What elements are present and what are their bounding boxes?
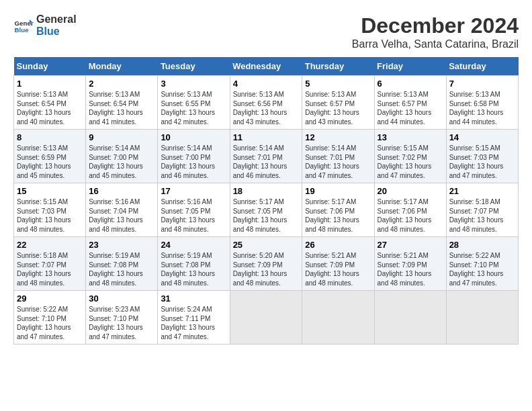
calendar-cell: 25Sunrise: 5:20 AM Sunset: 7:09 PM Dayli… bbox=[230, 237, 302, 291]
day-number: 3 bbox=[161, 79, 226, 89]
day-number: 10 bbox=[161, 132, 226, 142]
day-number: 17 bbox=[161, 186, 226, 196]
calendar-cell: 22Sunrise: 5:18 AM Sunset: 7:07 PM Dayli… bbox=[14, 237, 86, 291]
calendar-cell: 16Sunrise: 5:16 AM Sunset: 7:04 PM Dayli… bbox=[86, 183, 158, 237]
day-info: Sunrise: 5:15 AM Sunset: 7:03 PM Dayligh… bbox=[17, 197, 83, 234]
day-number: 1 bbox=[17, 79, 83, 89]
day-info: Sunrise: 5:14 AM Sunset: 7:01 PM Dayligh… bbox=[233, 144, 300, 180]
day-info: Sunrise: 5:22 AM Sunset: 7:10 PM Dayligh… bbox=[17, 305, 83, 341]
day-info: Sunrise: 5:16 AM Sunset: 7:04 PM Dayligh… bbox=[89, 197, 154, 234]
day-number: 30 bbox=[89, 293, 154, 304]
calendar-cell: 18Sunrise: 5:17 AM Sunset: 7:05 PM Dayli… bbox=[230, 183, 302, 237]
logo-general: General bbox=[36, 13, 77, 26]
day-info: Sunrise: 5:13 AM Sunset: 6:55 PM Dayligh… bbox=[161, 90, 226, 126]
calendar-cell bbox=[374, 291, 446, 345]
calendar-cell: 8Sunrise: 5:13 AM Sunset: 6:59 PM Daylig… bbox=[14, 130, 86, 183]
day-info: Sunrise: 5:18 AM Sunset: 7:07 PM Dayligh… bbox=[449, 197, 515, 234]
day-info: Sunrise: 5:17 AM Sunset: 7:06 PM Dayligh… bbox=[305, 197, 371, 234]
day-info: Sunrise: 5:13 AM Sunset: 6:56 PM Dayligh… bbox=[233, 90, 300, 126]
day-number: 22 bbox=[17, 240, 83, 250]
day-info: Sunrise: 5:15 AM Sunset: 7:03 PM Dayligh… bbox=[449, 144, 515, 180]
calendar-row: 29Sunrise: 5:22 AM Sunset: 7:10 PM Dayli… bbox=[14, 291, 519, 345]
day-number: 28 bbox=[449, 240, 515, 250]
day-number: 16 bbox=[89, 186, 154, 196]
calendar-table: SundayMondayTuesdayWednesdayThursdayFrid… bbox=[13, 57, 519, 345]
calendar-cell: 3Sunrise: 5:13 AM Sunset: 6:55 PM Daylig… bbox=[158, 76, 230, 130]
calendar-cell: 12Sunrise: 5:14 AM Sunset: 7:01 PM Dayli… bbox=[302, 130, 374, 183]
day-info: Sunrise: 5:14 AM Sunset: 7:00 PM Dayligh… bbox=[89, 144, 154, 180]
logo-blue: Blue bbox=[36, 26, 77, 38]
day-number: 4 bbox=[233, 79, 300, 89]
calendar-cell: 31Sunrise: 5:24 AM Sunset: 7:11 PM Dayli… bbox=[158, 291, 230, 345]
location: Barra Velha, Santa Catarina, Brazil bbox=[352, 38, 519, 50]
calendar-cell: 6Sunrise: 5:13 AM Sunset: 6:57 PM Daylig… bbox=[374, 76, 446, 130]
header-thursday: Thursday bbox=[302, 57, 374, 76]
day-number: 20 bbox=[378, 186, 443, 196]
calendar-cell: 13Sunrise: 5:15 AM Sunset: 7:02 PM Dayli… bbox=[374, 130, 446, 183]
day-number: 5 bbox=[305, 79, 371, 89]
calendar-cell: 5Sunrise: 5:13 AM Sunset: 6:57 PM Daylig… bbox=[302, 76, 374, 130]
header-monday: Monday bbox=[86, 57, 158, 76]
calendar-cell: 26Sunrise: 5:21 AM Sunset: 7:09 PM Dayli… bbox=[302, 237, 374, 291]
month-title: December 2024 bbox=[352, 13, 519, 38]
day-number: 31 bbox=[161, 293, 226, 304]
day-info: Sunrise: 5:21 AM Sunset: 7:09 PM Dayligh… bbox=[378, 251, 443, 287]
calendar-cell: 11Sunrise: 5:14 AM Sunset: 7:01 PM Dayli… bbox=[230, 130, 302, 183]
svg-text:Blue: Blue bbox=[15, 26, 30, 33]
calendar-cell: 21Sunrise: 5:18 AM Sunset: 7:07 PM Dayli… bbox=[446, 183, 518, 237]
day-info: Sunrise: 5:13 AM Sunset: 6:58 PM Dayligh… bbox=[449, 90, 515, 126]
day-number: 25 bbox=[233, 240, 300, 250]
calendar-cell: 17Sunrise: 5:16 AM Sunset: 7:05 PM Dayli… bbox=[158, 183, 230, 237]
day-info: Sunrise: 5:13 AM Sunset: 6:57 PM Dayligh… bbox=[305, 90, 371, 126]
day-info: Sunrise: 5:14 AM Sunset: 7:01 PM Dayligh… bbox=[305, 144, 371, 180]
day-info: Sunrise: 5:14 AM Sunset: 7:00 PM Dayligh… bbox=[161, 144, 226, 180]
calendar-cell: 1Sunrise: 5:13 AM Sunset: 6:54 PM Daylig… bbox=[14, 76, 86, 130]
day-info: Sunrise: 5:15 AM Sunset: 7:02 PM Dayligh… bbox=[378, 144, 443, 180]
calendar-row: 8Sunrise: 5:13 AM Sunset: 6:59 PM Daylig… bbox=[14, 130, 519, 183]
day-number: 2 bbox=[89, 79, 154, 89]
day-info: Sunrise: 5:24 AM Sunset: 7:11 PM Dayligh… bbox=[161, 305, 226, 341]
calendar-cell: 23Sunrise: 5:19 AM Sunset: 7:08 PM Dayli… bbox=[86, 237, 158, 291]
day-number: 11 bbox=[233, 132, 300, 142]
calendar-cell: 20Sunrise: 5:17 AM Sunset: 7:06 PM Dayli… bbox=[374, 183, 446, 237]
day-info: Sunrise: 5:19 AM Sunset: 7:08 PM Dayligh… bbox=[161, 251, 226, 287]
logo-icon: General Blue bbox=[13, 15, 34, 36]
day-number: 13 bbox=[378, 132, 443, 142]
calendar-cell: 4Sunrise: 5:13 AM Sunset: 6:56 PM Daylig… bbox=[230, 76, 302, 130]
calendar-cell: 27Sunrise: 5:21 AM Sunset: 7:09 PM Dayli… bbox=[374, 237, 446, 291]
calendar-row: 22Sunrise: 5:18 AM Sunset: 7:07 PM Dayli… bbox=[14, 237, 519, 291]
day-info: Sunrise: 5:22 AM Sunset: 7:10 PM Dayligh… bbox=[449, 251, 515, 287]
day-number: 23 bbox=[89, 240, 154, 250]
header-sunday: Sunday bbox=[14, 57, 86, 76]
day-number: 27 bbox=[378, 240, 443, 250]
header-wednesday: Wednesday bbox=[230, 57, 302, 76]
day-number: 14 bbox=[449, 132, 515, 142]
header-tuesday: Tuesday bbox=[158, 57, 230, 76]
page-header: General Blue General Blue December 2024 … bbox=[13, 13, 519, 50]
day-info: Sunrise: 5:16 AM Sunset: 7:05 PM Dayligh… bbox=[161, 197, 226, 234]
day-info: Sunrise: 5:21 AM Sunset: 7:09 PM Dayligh… bbox=[305, 251, 371, 287]
day-number: 24 bbox=[161, 240, 226, 250]
day-number: 26 bbox=[305, 240, 371, 250]
calendar-cell: 2Sunrise: 5:13 AM Sunset: 6:54 PM Daylig… bbox=[86, 76, 158, 130]
calendar-cell bbox=[230, 291, 302, 345]
day-number: 7 bbox=[449, 79, 515, 89]
calendar-cell: 24Sunrise: 5:19 AM Sunset: 7:08 PM Dayli… bbox=[158, 237, 230, 291]
day-info: Sunrise: 5:13 AM Sunset: 6:54 PM Dayligh… bbox=[17, 90, 83, 126]
day-info: Sunrise: 5:17 AM Sunset: 7:06 PM Dayligh… bbox=[378, 197, 443, 234]
day-info: Sunrise: 5:13 AM Sunset: 6:57 PM Dayligh… bbox=[378, 90, 443, 126]
calendar-cell: 30Sunrise: 5:23 AM Sunset: 7:10 PM Dayli… bbox=[86, 291, 158, 345]
day-info: Sunrise: 5:13 AM Sunset: 6:59 PM Dayligh… bbox=[17, 144, 83, 180]
day-info: Sunrise: 5:13 AM Sunset: 6:54 PM Dayligh… bbox=[89, 90, 154, 126]
calendar-cell: 14Sunrise: 5:15 AM Sunset: 7:03 PM Dayli… bbox=[446, 130, 518, 183]
header-friday: Friday bbox=[374, 57, 446, 76]
header-saturday: Saturday bbox=[446, 57, 518, 76]
calendar-cell bbox=[446, 291, 518, 345]
day-number: 15 bbox=[17, 186, 83, 196]
calendar-cell bbox=[302, 291, 374, 345]
calendar-cell: 19Sunrise: 5:17 AM Sunset: 7:06 PM Dayli… bbox=[302, 183, 374, 237]
calendar-cell: 15Sunrise: 5:15 AM Sunset: 7:03 PM Dayli… bbox=[14, 183, 86, 237]
header-row: SundayMondayTuesdayWednesdayThursdayFrid… bbox=[14, 57, 519, 76]
title-block: December 2024 Barra Velha, Santa Catarin… bbox=[352, 13, 519, 50]
calendar-row: 15Sunrise: 5:15 AM Sunset: 7:03 PM Dayli… bbox=[14, 183, 519, 237]
